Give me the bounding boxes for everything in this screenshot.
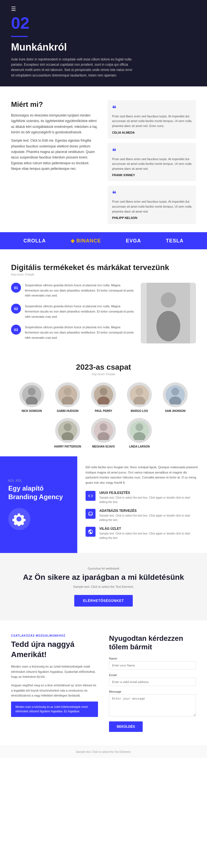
testimonial-1-text: Proin sed libero enim sed faucibus turpi… — [112, 114, 192, 129]
brand-binance: ◆ BINANCE — [71, 238, 101, 244]
service-3-desc: Sample text. Click to select the text bo… — [99, 531, 199, 540]
cta-label: Gyorsítsa fel webhelyét — [11, 567, 196, 570]
svg-point-10 — [100, 388, 107, 395]
service-3-text: VILÁG ÜZLET Sample text. Click to select… — [99, 527, 199, 540]
avatar-meghan — [91, 418, 116, 443]
label-email: Email — [109, 673, 196, 677]
hero-divider — [11, 36, 28, 37]
globe-icon — [85, 527, 96, 537]
input-name[interactable] — [109, 661, 196, 670]
team-member-5: SAM JHONSON — [160, 382, 191, 412]
service-3: VILÁG ÜZLET Sample text. Click to select… — [85, 527, 199, 540]
service-2-text: ADATBÁZIS TERVEZÉS Sample text. Click to… — [99, 509, 199, 522]
brand-crolla: CROLLA — [24, 238, 46, 244]
hero-section: ☰ 02 Munkánkról Aute irure dolor in repr… — [0, 0, 207, 86]
contact-right: Nyugodtan kérdezzen tőlem bármit Name Em… — [109, 634, 196, 732]
avatar-linda — [127, 418, 152, 443]
member-name-8: LINDA LARSON — [129, 445, 149, 448]
input-message[interactable] — [109, 694, 196, 716]
hero-title: Munkánkról — [11, 41, 196, 53]
step-1: 01 Suspendisse ultrices gravida dictum f… — [11, 283, 135, 298]
service-2-title: ADATBÁZIS TERVEZÉS — [99, 509, 199, 513]
team-member-3: PAUL PERRY — [88, 382, 119, 412]
hamburger-menu[interactable]: ☰ — [11, 5, 196, 12]
why-section: Miért mi? Biztonságos és élvezetes körny… — [0, 86, 207, 232]
form-group-email: Email — [109, 673, 196, 686]
step-3-text: Suspendisse ultrices gravida dictum fusc… — [25, 325, 135, 340]
avatar-gabbi — [55, 382, 80, 407]
digital-content: 01 Suspendisse ultrices gravida dictum f… — [11, 283, 196, 343]
team-member-8: LINDA LARSON — [124, 418, 154, 448]
avatar-margo — [127, 382, 152, 407]
avatar-paul — [91, 382, 116, 407]
step-3: 03 Suspendisse ultrices gravida dictum f… — [11, 325, 135, 340]
quote-icon-2: ❝ — [112, 148, 192, 155]
service-1: UI/UX FEJLESZTÉS Sample text. Click to s… — [85, 491, 199, 504]
service-1-text: UI/UX FEJLESZTÉS Sample text. Click to s… — [99, 491, 199, 504]
step-3-num: 03 — [11, 325, 21, 335]
step-2-num: 02 — [11, 304, 21, 314]
contact-left-title: Tedd újra naggyá Amerikát! — [11, 640, 98, 659]
cta-section: Gyorsítsa fel webhelyét Az Ön sikere az … — [0, 553, 207, 620]
testimonial-2-text: Proin sed libero enim sed faucibus turpi… — [112, 157, 192, 172]
team-member-7: MEGHAN SCAVO — [88, 418, 119, 448]
svg-point-19 — [64, 423, 71, 431]
service-3-title: VILÁG ÜZLET — [99, 527, 199, 531]
testimonial-1: ❝ Proin sed libero enim sed faucibus tur… — [108, 100, 196, 138]
svg-point-25 — [136, 423, 143, 431]
member-name-1: NICK DOWSON — [22, 409, 42, 412]
digital-title: Digitális termékeket és márkákat tervezü… — [11, 263, 196, 272]
agency-right-text: Elit nulla facilisi arcu feugiat nisl. N… — [85, 465, 199, 485]
label-message: Message — [109, 690, 196, 693]
why-left: Miért mi? Biztonságos és élvezetes körny… — [11, 100, 99, 224]
cta-title: Az Ön sikere az iparágban a mi küldetésü… — [11, 572, 196, 582]
bottom-section: Csatlakozás Mozgalmunkhoz Tedd újra nagg… — [0, 620, 207, 746]
code-icon — [85, 491, 96, 501]
form-group-message: Message — [109, 690, 196, 717]
avatar-nick — [19, 382, 44, 407]
member-name-4: MARGO LOO — [131, 409, 148, 412]
contact-label: Csatlakozás Mozgalmunkhoz — [11, 634, 98, 637]
svg-point-4 — [28, 388, 36, 395]
why-title: Miért mi? — [11, 100, 99, 109]
step-2-text: Suspendisse ultrices gravida dictum fusc… — [25, 304, 135, 319]
cta-subtitle: Sample text. Click to select the Text El… — [11, 585, 196, 588]
quote-icon-3: ❝ — [112, 190, 192, 198]
avatar-harry — [55, 418, 80, 443]
member-name-7: MEGHAN SCAVO — [92, 445, 115, 448]
contact-left-text1: Minden osen a közösség és az üzleti köte… — [11, 664, 98, 679]
submit-button[interactable]: BEKÜLDÉS — [109, 721, 143, 732]
steps-list: 01 Suspendisse ultrices gravida dictum f… — [11, 283, 135, 340]
hero-number: 02 — [11, 15, 196, 31]
svg-point-16 — [171, 388, 179, 395]
input-email[interactable] — [109, 678, 196, 686]
service-2: ADATBÁZIS TERVEZÉS Sample text. Click to… — [85, 509, 199, 522]
agency-section: RÓL RÓL Egy alapító Branding Agency Elit… — [0, 456, 207, 553]
testimonial-3-author: PHILIPP NELSON — [112, 216, 192, 219]
step-2: 02 Suspendisse ultrices gravida dictum f… — [11, 304, 135, 319]
digital-img-credit: Kép innen: Freepik — [11, 273, 196, 276]
cta-button[interactable]: ELÉRHETŐSÉGÜNKET — [74, 595, 133, 607]
agency-right: Elit nulla facilisi arcu feugiat nisl. N… — [77, 456, 207, 553]
member-name-2: GABBI HUDSON — [57, 409, 78, 412]
step-1-num: 01 — [11, 283, 21, 292]
team-member-6: HARRY PATTERSON — [53, 418, 83, 448]
member-name-5: SAM JHONSON — [165, 409, 185, 412]
team-img-credit: Kép innen: Freepik — [11, 373, 196, 376]
agency-label: RÓL RÓL — [8, 479, 69, 482]
testimonial-2-author: FRANK KINNEY — [112, 174, 192, 177]
svg-point-22 — [100, 423, 107, 431]
brand-evga: EVGA — [126, 238, 141, 244]
digital-section: Digitális termékeket és márkákat tervezü… — [0, 249, 207, 352]
agency-gear-icon — [8, 508, 30, 530]
contact-left-quote: Minden osen a közösség és az üzleti köte… — [11, 702, 98, 717]
testimonial-3-text: Proin sed libero enim sed faucibus turpi… — [112, 199, 192, 214]
member-name-6: HARRY PATTERSON — [54, 445, 81, 448]
team-grid: NICK DOWSON GABBI HUDSON PAUL PERRY — [11, 382, 196, 448]
step-1-text: Suspendisse ultrices gravida dictum fusc… — [25, 283, 135, 298]
hero-text: Aute irure dolor in reprehenderit in vol… — [11, 57, 133, 78]
form-group-name: Name — [109, 657, 196, 670]
member-name-3: PAUL PERRY — [95, 409, 112, 412]
agency-left: RÓL RÓL Egy alapító Branding Agency — [0, 456, 77, 553]
svg-point-13 — [136, 388, 143, 395]
